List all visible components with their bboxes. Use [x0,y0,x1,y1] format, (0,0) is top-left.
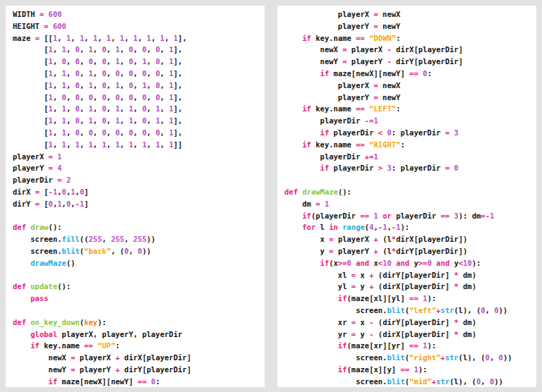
code-token: playerDir [418,235,459,243]
code-line: dirX = [-1,0,1,0] [13,186,265,198]
code-line: playerX = newX [284,80,536,92]
code-token: , [107,140,116,149]
code-token: newX [356,69,373,78]
code-token: ), ( [463,306,481,314]
code-token: ] [459,57,463,66]
code-token: pass [30,294,48,302]
code-token: newY [320,57,338,66]
code-line: playerY = newY [284,20,536,32]
code-token [13,365,49,374]
code-token: screen [356,377,383,386]
code-token: () [66,259,76,267]
code-token: == [409,341,418,350]
code-token: , [102,235,111,243]
code-token: , [124,235,133,243]
code-token: if [320,69,330,78]
code-token: >= [418,259,428,267]
code-token: 4 [57,164,61,172]
code-token: 10 [463,259,472,267]
code-token: (): [338,188,351,196]
code-token: dirX [383,330,400,338]
code-token: == [409,69,418,78]
code-line: screen.fill((255, 255, 255)) [13,233,265,245]
code-token: if [320,164,330,172]
code-token: screen [356,306,383,314]
code-token: , [93,57,102,66]
code-token: , [93,128,102,137]
code-token: ] [445,330,454,338]
code-line: newX = playerX + dirX[playerDir] [13,352,265,364]
code-line: if maze[newX][newY] == 0: [13,376,265,387]
code-token [284,57,320,66]
code-token: [ [13,45,49,54]
code-line: for l in range(4,-1,-1): [284,221,536,233]
code-token: xr [373,341,383,350]
code-token: == [356,34,365,42]
code-token: ] [128,377,138,386]
code-token: ) [472,282,476,290]
code-token: ( [378,235,387,243]
code-line [284,174,536,186]
code-line: if(maze[xl][yl] == 1): [284,293,536,305]
code-token: ] [187,353,191,362]
code-token: : [396,104,400,113]
code-token: 1 [325,200,329,208]
code-token: newX [383,10,400,18]
code-token: playerY [338,22,369,30]
code-line: screen.blit(“right”+str(l), (0, 0)) [284,352,536,364]
code-token: )) [499,306,508,314]
code-token: newY [383,22,400,30]
left-code-panel: WIDTH = 600HEIGHT = 600maze = [[1, 1, 1,… [6,6,265,387]
code-token: , [53,45,62,54]
code-token: playerX [338,10,369,18]
code-token: (( [80,235,89,243]
code-token: , [147,116,156,125]
code-token: , [120,128,129,137]
code-token: [ [13,81,49,90]
code-token: , [80,57,89,66]
code-token: or [383,212,392,220]
code-token: , [71,34,80,42]
code-token: name [334,140,351,149]
code-token: ], [174,116,183,125]
code-token: , [66,69,76,78]
code-line: global playerX, playerY, playerDir [13,329,265,341]
code-token: playerX [338,235,369,243]
code-line: if(maze[x][y] == 1): [284,364,536,376]
code-token: def [13,318,26,326]
code-token: playerDir [405,271,445,279]
code-line: playerY = 4 [13,162,265,174]
code-token: blit [387,377,404,386]
code-line: [1, 1, 0, 1, 0, 0, 0, 0, 0, 1], [13,68,265,80]
code-token: , [107,57,116,66]
code-token: (): [49,223,62,231]
code-token: 600 [53,22,66,30]
code-token: ], [174,69,183,78]
code-token: “right” [409,353,440,362]
code-token: def [284,188,298,196]
code-token: 3 [454,128,458,137]
code-token [284,318,338,326]
code-token: ]) [459,247,468,255]
code-token: ), ( [467,353,485,362]
code-token: range [342,223,365,231]
code-token: dirY [383,271,400,279]
code-token: , [120,81,129,90]
code-token: ], [174,93,183,102]
code-token: playerY [13,164,44,172]
code-line: playerDir = 2 [13,174,265,186]
code-token: newY [111,377,128,386]
code-token: and [356,259,369,267]
code-line: [1, 1, 0, 1, 0, 1, 0, 0, 0, 1], [13,44,265,56]
code-line: playerX = newX [284,8,536,20]
code-token: , [66,93,76,102]
code-column-right: playerX = newX playerY = newY if key.nam… [277,6,536,387]
code-token [284,330,338,338]
code-token: , [57,34,66,42]
code-token: , [66,116,76,125]
code-token: == [84,341,93,350]
code-token: ], [178,34,187,42]
code-line [13,269,265,281]
code-token [13,353,49,362]
code-token: , [133,57,143,66]
